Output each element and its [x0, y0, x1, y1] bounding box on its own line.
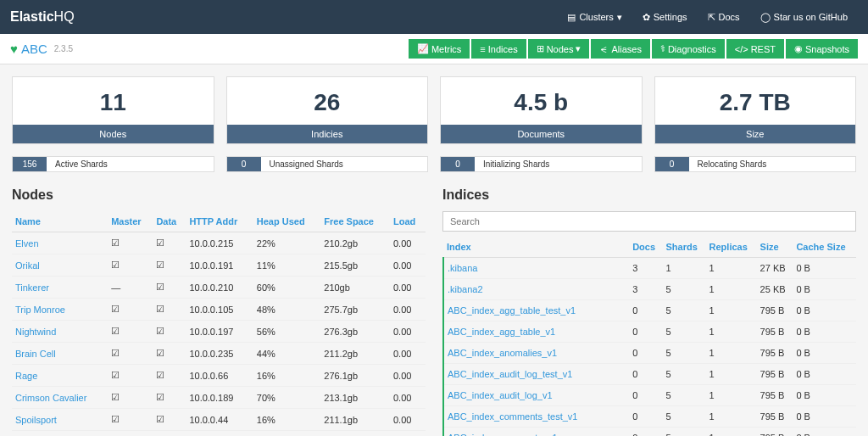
shard-label: Unassigned Shards	[261, 157, 428, 171]
node-link[interactable]: Elven	[15, 238, 39, 249]
tab-aliases[interactable]: ⪪Aliases	[591, 39, 649, 59]
node-link[interactable]: Spoilsport	[15, 415, 57, 425]
table-row: Trip Monroe☑☑10.0.0.10548%275.7gb0.00	[12, 299, 426, 321]
column-header[interactable]: Docs	[629, 237, 662, 258]
column-header[interactable]: Data	[153, 211, 186, 232]
two-column-layout: Nodes NameMasterDataHTTP AddrHeap UsedFr…	[12, 187, 856, 436]
tab-metrics[interactable]: 📈Metrics	[409, 39, 470, 59]
column-header[interactable]: Index	[443, 237, 629, 258]
table-row: ABC_index_comments_test_v1051795 B0 B	[443, 406, 856, 428]
column-header[interactable]: Load	[390, 211, 426, 232]
shard-item: 0Initializing Shards	[440, 156, 643, 172]
shard-item: 156Active Shards	[12, 156, 214, 172]
nodes-table: NameMasterDataHTTP AddrHeap UsedFree Spa…	[12, 211, 426, 436]
clusters-dropdown[interactable]: ▤Clusters▾	[557, 3, 632, 31]
node-link[interactable]: Tinkerer	[15, 282, 49, 293]
shard-count: 0	[227, 157, 261, 171]
index-link[interactable]: ABC_index_agg_table_test_v1	[448, 305, 576, 316]
github-star-link[interactable]: ◯Star us on GitHub	[750, 3, 858, 31]
column-header[interactable]: Name	[12, 211, 108, 232]
sitemap-icon: ▤	[567, 12, 576, 23]
shard-item: 0Unassigned Shards	[226, 156, 429, 172]
tab-snapshots[interactable]: ◉Snapshots	[786, 39, 858, 59]
node-link[interactable]: Brain Cell	[15, 349, 56, 359]
gear-icon: ✿	[643, 12, 650, 23]
tab-nodes[interactable]: ⊞Nodes▾	[528, 39, 590, 59]
column-header[interactable]: Master	[108, 211, 153, 232]
stat-card: 11Nodes	[12, 76, 214, 144]
table-row: ABC_index_agg_table_test_v1051795 B0 B	[443, 300, 856, 321]
list-icon: ≡	[480, 44, 485, 54]
github-icon: ◯	[760, 12, 771, 23]
stat-label: Documents	[441, 125, 642, 143]
nodes-title: Nodes	[12, 187, 426, 203]
node-link[interactable]: Rage	[15, 371, 37, 381]
index-link[interactable]: .kibana2	[448, 284, 483, 294]
stats-row: 11Nodes26Indicies4.5 bDocuments2.7 TBSiz…	[12, 76, 856, 144]
indices-search-input[interactable]	[442, 211, 856, 232]
stat-value: 11	[13, 77, 214, 125]
node-link[interactable]: Orikal	[15, 260, 40, 271]
table-row: Elven☑☑10.0.0.21522%210.2gb0.00	[12, 232, 426, 254]
column-header[interactable]: Cache Size	[793, 237, 856, 258]
table-row: Orikal☑☑10.0.0.19111%215.5gb0.00	[12, 254, 426, 277]
index-link[interactable]: ABC_index_comments_v1	[448, 433, 558, 436]
server-icon: ⊞	[537, 43, 544, 54]
node-link[interactable]: Nightwind	[15, 327, 56, 337]
index-link[interactable]: ABC_index_anomalies_v1	[448, 348, 557, 358]
table-row: .kibana235125 KB0 B	[443, 279, 856, 300]
shard-label: Relocating Shards	[689, 157, 856, 171]
stat-label: Size	[655, 125, 856, 143]
table-row: ABC_index_anomalies_v1051795 B0 B	[443, 343, 856, 364]
indices-column: Indices IndexDocsShardsReplicasSizeCache…	[442, 187, 856, 436]
share-icon: ⪪	[599, 44, 609, 54]
cluster-name[interactable]: ♥ ABC 2.3.5	[10, 42, 73, 56]
table-row: Nightwind☑☑10.0.0.19756%276.3gb0.00	[12, 321, 426, 343]
nav-right: ▤Clusters▾ ✿Settings ⇱Docs ◯Star us on G…	[557, 3, 858, 31]
chart-icon: 📈	[417, 43, 429, 54]
shard-count: 156	[13, 157, 47, 171]
stat-card: 26Indicies	[226, 76, 429, 144]
column-header[interactable]: Shards	[662, 237, 705, 258]
column-header[interactable]: Replicas	[706, 237, 757, 258]
main-content: 11Nodes26Indicies4.5 bDocuments2.7 TBSiz…	[0, 64, 868, 436]
cluster-bar: ♥ ABC 2.3.5 📈Metrics ≡Indices ⊞Nodes▾ ⪪A…	[0, 34, 868, 64]
column-header[interactable]: Size	[757, 237, 793, 258]
table-row: ABC_index_comments_v1051795 B0 B	[443, 428, 856, 437]
index-link[interactable]: ABC_index_audit_log_test_v1	[448, 369, 572, 379]
shard-label: Active Shards	[47, 157, 214, 171]
node-link[interactable]: Trip Monroe	[15, 305, 65, 315]
column-header[interactable]: Free Space	[320, 211, 390, 232]
code-icon: </>	[735, 44, 748, 54]
shard-row: 156Active Shards0Unassigned Shards0Initi…	[12, 156, 856, 172]
docs-link[interactable]: ⇱Docs	[698, 3, 750, 31]
column-header[interactable]: Heap Used	[253, 211, 320, 232]
table-row: ABC_index_audit_log_v1051795 B0 B	[443, 385, 856, 406]
tab-rest[interactable]: </>REST	[726, 39, 784, 59]
caret-down-icon: ▾	[576, 43, 581, 54]
tab-indices[interactable]: ≡Indices	[471, 39, 526, 59]
shard-label: Initializing Shards	[475, 157, 642, 171]
tab-diagnostics[interactable]: ⚕Diagnostics	[652, 39, 725, 59]
stat-card: 2.7 TBSize	[654, 76, 857, 144]
index-link[interactable]: ABC_index_audit_log_v1	[448, 390, 553, 400]
indices-title: Indices	[442, 187, 856, 203]
stat-value: 2.7 TB	[655, 77, 856, 125]
link-icon: ⇱	[708, 12, 715, 23]
brand-logo[interactable]: ElasticHQ	[10, 9, 75, 25]
column-header[interactable]: HTTP Addr	[186, 211, 253, 232]
table-row: Jane Foster☑☑10.0.0.12316%212.7gb0.00	[12, 431, 426, 437]
index-link[interactable]: ABC_index_comments_test_v1	[448, 411, 577, 422]
nodes-column: Nodes NameMasterDataHTTP AddrHeap UsedFr…	[12, 187, 426, 436]
stat-label: Nodes	[13, 125, 214, 143]
index-link[interactable]: .kibana	[448, 263, 477, 273]
heartbeat-icon: ♥	[10, 42, 18, 56]
table-row: Rage☑☑10.0.0.6616%276.1gb0.00	[12, 365, 426, 387]
tab-bar: 📈Metrics ≡Indices ⊞Nodes▾ ⪪Aliases ⚕Diag…	[409, 39, 858, 59]
top-navbar: ElasticHQ ▤Clusters▾ ✿Settings ⇱Docs ◯St…	[0, 0, 868, 34]
table-row: ABC_index_audit_log_test_v1051795 B0 B	[443, 364, 856, 385]
settings-link[interactable]: ✿Settings	[632, 3, 698, 31]
node-link[interactable]: Crimson Cavalier	[15, 393, 86, 403]
table-row: ABC_index_agg_table_v1051795 B0 B	[443, 321, 856, 343]
index-link[interactable]: ABC_index_agg_table_v1	[448, 327, 555, 337]
